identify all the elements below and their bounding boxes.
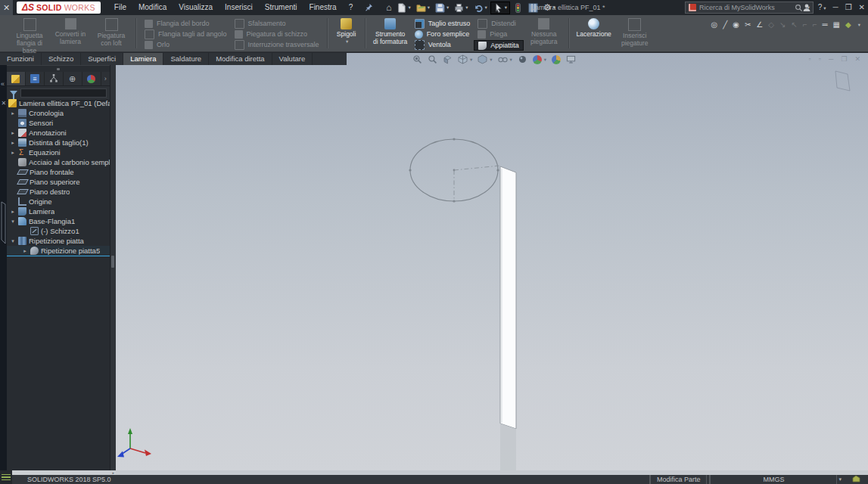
collapse-arrow-icon[interactable]: ▾ [10, 219, 16, 225]
select-tool-button[interactable]: ▾ [490, 2, 510, 14]
sheet-metal-body[interactable] [500, 166, 516, 429]
orlo-button[interactable]: Orlo [141, 40, 231, 49]
tree-item-distinta-di-taglio[interactable]: ▸ Distinta di taglio(1) [7, 138, 110, 147]
tree-item-origine[interactable]: Origine [7, 197, 110, 206]
open-document-button[interactable]: ▾ [414, 3, 432, 13]
overlay-close-icon[interactable]: ✕ [0, 0, 13, 15]
sfalsamento-button[interactable]: Sfalsamento [231, 19, 323, 28]
mdi-close-icon[interactable]: ✕ [854, 55, 860, 64]
search-input[interactable]: Ricerca di MySolidWorks [699, 4, 792, 11]
panel-splitter[interactable] [110, 65, 116, 470]
shield-icon[interactable]: ◆ [845, 20, 851, 29]
tree-item-cronologia[interactable]: ▸ Cronologia [7, 108, 110, 118]
mdi-restore-icon[interactable]: ❐ [841, 55, 847, 64]
filter-funnel-icon[interactable] [10, 91, 17, 95]
user-account-icon[interactable] [802, 3, 811, 12]
chamfer-corner-icon[interactable]: ⌐ [813, 20, 817, 29]
tab-valutare[interactable]: Valutare [272, 53, 313, 65]
strumento-di-formatura-button[interactable]: Strumento di formatura [370, 16, 411, 51]
tree-item-ripetizione-piatta5[interactable]: ▸ Ripetizione piatta5 [7, 246, 110, 256]
chevron-down-icon[interactable]: ▾ [510, 57, 512, 63]
tree-item-materiale[interactable]: Acciaio al carbonio semplice [7, 157, 110, 167]
tree-item-annotazioni[interactable]: ▸ Annotazioni [7, 128, 110, 138]
graphics-viewport[interactable]: ▾ ▾ ▾ ▾ ▫ ▫ ─ ❐ ✕ [0, 53, 868, 470]
more-panel-tabs-icon[interactable]: › [101, 72, 110, 85]
flangia-del-bordo-button[interactable]: Flangia del bordo [141, 19, 231, 28]
menu-strumenti[interactable]: Strumenti [259, 0, 303, 15]
edit-appearance-icon[interactable] [533, 55, 542, 64]
display-style-icon[interactable] [478, 54, 487, 64]
inserisci-piegature-button[interactable]: Inserisci piegature [614, 16, 655, 51]
units-selector[interactable]: MMGS [710, 475, 837, 484]
search-box[interactable]: Ricerca di MySolidWorks ▾ [685, 2, 814, 14]
expand-arrow-icon[interactable]: ▸ [10, 150, 16, 156]
tab-modifica-diretta[interactable]: Modifica diretta [209, 53, 272, 65]
table-icon[interactable]: ▦ [833, 20, 840, 29]
home-button[interactable]: ⌂ [384, 2, 394, 13]
hide-show-items-icon[interactable] [498, 54, 508, 64]
menu-visualizza[interactable]: Visualizza [173, 0, 219, 15]
ventola-button[interactable]: Ventola [411, 40, 474, 49]
piegatura-con-loft-button[interactable]: Piegatura con loft [91, 16, 132, 51]
save-button[interactable]: ▾ [433, 3, 451, 13]
expand-arrow-icon[interactable]: ▸ [10, 209, 16, 215]
tree-filter-input[interactable] [20, 88, 107, 98]
trim-tool-icon[interactable]: ✂ [745, 20, 751, 29]
lacerazione-button[interactable]: Lacerazione [574, 16, 614, 51]
interruzione-trasversale-button[interactable]: Interruzione trasversale [231, 40, 323, 49]
undo-button[interactable]: ▾ [471, 3, 490, 13]
rebuild-button[interactable] [511, 3, 525, 13]
close-panel-icon[interactable]: ✕ [2, 100, 7, 107]
menu-help[interactable]: ? [343, 0, 359, 15]
tree-item-piano-destro[interactable]: Piano destro [7, 187, 110, 197]
chevron-down-icon[interactable]: ▾ [470, 57, 472, 63]
tree-item-ripetizione-piatta[interactable]: ▾ Ripetizione piatta [7, 236, 110, 246]
spigoli-button[interactable]: Spigoli ▾ [332, 16, 361, 51]
tree-item-equazioni[interactable]: ▸ Equazioni [7, 147, 110, 157]
menu-finestra[interactable]: Finestra [303, 0, 343, 15]
new-document-button[interactable]: ▾ [394, 3, 412, 13]
perimeter-circle-iconon[interactable]: ◉ [733, 20, 739, 29]
appiattita-button[interactable]: Appiattita [474, 40, 524, 51]
distendi-button[interactable]: Distendi [474, 19, 524, 28]
chevron-down-icon[interactable]: ▾ [838, 476, 842, 482]
taglio-estruso-button[interactable]: Taglio estruso [411, 19, 474, 28]
chevron-down-icon[interactable]: ▾ [490, 57, 492, 63]
move-tool-icon[interactable]: ↖ [791, 20, 797, 29]
circle-tool-icon[interactable]: ◎ [711, 20, 717, 29]
section-view-icon[interactable] [443, 54, 453, 64]
tree-root[interactable]: Lamiera ellittica PF_01 (Default<< Def..… [7, 98, 110, 108]
offset-tool-icon[interactable]: ↘ [779, 20, 786, 29]
tree-item-piano-frontale[interactable]: Piano frontale [7, 167, 110, 177]
tab-feature-tree[interactable] [7, 72, 26, 85]
print-button[interactable]: ▾ [452, 3, 470, 13]
tag-icon[interactable] [852, 475, 860, 484]
linguetta-flangia-button[interactable]: Linguetta flangia di base [9, 16, 50, 51]
tab-schizzo[interactable]: Schizzo [42, 53, 81, 65]
tree-item-schizzo1[interactable]: (-) Schizzo1 [7, 226, 110, 236]
mirror-tool-icon[interactable]: ◇ [768, 20, 774, 29]
menu-file[interactable]: File [108, 0, 132, 15]
apply-scene-icon[interactable] [552, 55, 561, 64]
menu-modifica[interactable]: Modifica [132, 0, 173, 15]
nessuna-piegatura-button[interactable]: Nessuna piegatura [524, 16, 565, 51]
tab-funzioni[interactable]: Funzioni [0, 53, 42, 65]
tree-item-base-flangia[interactable]: ▾ Base-Flangia1 [7, 216, 110, 226]
splitter-grip[interactable] [111, 256, 114, 268]
mdi-icon[interactable]: ▫ [809, 55, 811, 64]
expand-arrow-icon[interactable]: ▸ [22, 248, 28, 254]
mdi-icon[interactable]: ▫ [819, 55, 821, 64]
tab-saldature[interactable]: Saldature [163, 53, 209, 65]
foro-semplice-button[interactable]: Foro semplice [411, 29, 474, 39]
chevron-down-icon[interactable]: ▾ [544, 57, 546, 63]
close-button[interactable]: ✕ [859, 0, 865, 15]
tab-property-manager[interactable]: ≡ [26, 72, 45, 85]
piegatura-di-schizzo-button[interactable]: Piegatura di schizzo [231, 29, 323, 39]
model-viewport-canvas[interactable] [0, 53, 868, 470]
zoom-to-fit-icon[interactable] [412, 54, 422, 64]
mdi-minimize-icon[interactable]: ─ [829, 55, 833, 64]
zoom-to-area-icon[interactable] [428, 54, 437, 64]
menu-inserisci[interactable]: Inserisci [219, 0, 259, 15]
minimize-button[interactable]: ─ [833, 0, 838, 15]
tab-lamiera[interactable]: Lamiera [123, 53, 163, 65]
